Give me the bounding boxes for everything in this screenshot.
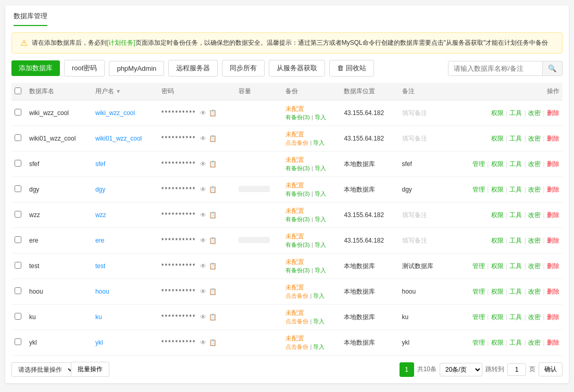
action-删除[interactable]: 删除 (547, 313, 559, 321)
eye-icon[interactable]: 👁 (200, 160, 206, 168)
fetch-from-server-button[interactable]: 从服务器获取 (269, 60, 325, 77)
row-checkbox-7[interactable] (15, 262, 21, 269)
row-checkbox-10[interactable] (15, 338, 21, 345)
action-改密[interactable]: 改密 (528, 186, 541, 193)
eye-icon[interactable]: 👁 (200, 109, 206, 117)
action-权限[interactable]: 权限 (491, 211, 504, 219)
backup-extra-import[interactable]: 导入 (315, 165, 326, 171)
action-删除[interactable]: 删除 (547, 211, 559, 219)
eye-icon[interactable]: 👁 (200, 211, 206, 219)
root-password-button[interactable]: root密码 (64, 60, 105, 77)
search-input[interactable] (448, 61, 542, 75)
backup-extra-import[interactable]: 导入 (315, 216, 326, 222)
action-权限[interactable]: 权限 (491, 237, 504, 244)
action-权限[interactable]: 权限 (491, 160, 504, 168)
backup-extra-part1[interactable]: 有备份(3) (285, 165, 309, 171)
backup-status[interactable]: 未配置 (285, 156, 304, 163)
action-工具[interactable]: 工具 (509, 186, 522, 193)
page-size-select[interactable]: 10条/页 20条/页 50条/页 100条/页 (440, 363, 482, 376)
eye-icon[interactable]: 👁 (200, 135, 206, 142)
phpmyadmin-button[interactable]: phpMyAdmin (109, 61, 164, 76)
action-改密[interactable]: 改密 (528, 160, 541, 168)
backup-extra-import[interactable]: 导入 (315, 267, 326, 273)
action-删除[interactable]: 删除 (547, 288, 559, 295)
backup-extra-import[interactable]: 导入 (313, 293, 325, 299)
action-删除[interactable]: 删除 (547, 109, 559, 117)
action-工具[interactable]: 工具 (509, 211, 522, 219)
action-工具[interactable]: 工具 (509, 160, 522, 168)
sort-icon-username[interactable]: ▼ (116, 88, 121, 94)
copy-icon[interactable]: 📋 (209, 288, 217, 295)
eye-icon[interactable]: 👁 (200, 262, 206, 270)
backup-extra-import[interactable]: 导入 (315, 191, 326, 197)
copy-icon[interactable]: 📋 (209, 313, 217, 321)
action-工具[interactable]: 工具 (509, 262, 522, 270)
jump-input[interactable] (507, 363, 526, 376)
action-工具[interactable]: 工具 (509, 313, 522, 321)
select-all-checkbox[interactable] (15, 87, 21, 94)
action-工具[interactable]: 工具 (509, 135, 522, 142)
row-checkbox-4[interactable] (15, 185, 21, 192)
batch-action-button[interactable]: 批量操作 (71, 362, 109, 377)
action-改密[interactable]: 改密 (528, 211, 541, 219)
action-管理[interactable]: 管理 (472, 262, 485, 270)
current-page-btn[interactable]: 1 (400, 362, 414, 377)
backup-status[interactable]: 未配置 (285, 182, 304, 189)
eye-icon[interactable]: 👁 (200, 339, 206, 346)
backup-status[interactable]: 未配置 (285, 207, 304, 214)
action-权限[interactable]: 权限 (491, 109, 504, 117)
action-管理[interactable]: 管理 (472, 288, 485, 295)
copy-icon[interactable]: 📋 (209, 160, 217, 168)
row-checkbox-1[interactable] (15, 109, 21, 116)
alert-link[interactable]: [计划任务] (107, 39, 135, 46)
add-database-button[interactable]: 添加数据库 (11, 60, 60, 76)
copy-icon[interactable]: 📋 (209, 135, 217, 142)
action-改密[interactable]: 改密 (528, 135, 541, 142)
action-删除[interactable]: 删除 (547, 135, 559, 142)
backup-extra-part1[interactable]: 有备份(3) (285, 114, 309, 120)
action-改密[interactable]: 改密 (528, 288, 541, 295)
action-删除[interactable]: 删除 (547, 339, 559, 346)
backup-status[interactable]: 未配置 (285, 233, 304, 240)
action-工具[interactable]: 工具 (509, 288, 522, 295)
row-checkbox-9[interactable] (15, 313, 21, 320)
backup-status[interactable]: 未配置 (285, 258, 304, 265)
action-删除[interactable]: 删除 (547, 160, 559, 168)
remote-server-button[interactable]: 远程服务器 (168, 60, 218, 77)
backup-extra-import[interactable]: 导入 (315, 242, 326, 248)
confirm-jump-button[interactable]: 确认 (539, 362, 563, 376)
action-管理[interactable]: 管理 (472, 160, 485, 168)
row-checkbox-8[interactable] (15, 287, 21, 294)
row-checkbox-3[interactable] (15, 160, 21, 167)
action-管理[interactable]: 管理 (472, 186, 485, 193)
backup-extra-import[interactable]: 导入 (315, 114, 326, 120)
backup-extra-part1[interactable]: 有备份(3) (285, 267, 309, 273)
action-管理[interactable]: 管理 (472, 313, 485, 321)
action-删除[interactable]: 删除 (547, 186, 559, 193)
batch-select[interactable]: 请选择批量操作 (11, 362, 75, 377)
action-删除[interactable]: 删除 (547, 237, 559, 244)
copy-icon[interactable]: 📋 (209, 262, 217, 270)
row-checkbox-5[interactable] (15, 211, 21, 218)
copy-icon[interactable]: 📋 (209, 109, 217, 117)
backup-extra-import[interactable]: 导入 (313, 344, 325, 350)
recycle-bin-button[interactable]: 🗑 回收站 (329, 60, 374, 77)
action-工具[interactable]: 工具 (509, 109, 522, 117)
action-改密[interactable]: 改密 (528, 339, 541, 346)
backup-extra-part1[interactable]: 有备份(3) (285, 191, 309, 197)
backup-status[interactable]: 未配置 (285, 335, 304, 342)
backup-extra-import[interactable]: 导入 (313, 318, 325, 324)
action-权限[interactable]: 权限 (491, 135, 504, 142)
eye-icon[interactable]: 👁 (200, 313, 206, 321)
backup-status[interactable]: 未配置 (285, 309, 304, 317)
backup-extra-part1[interactable]: 点击备份 (285, 318, 308, 324)
action-工具[interactable]: 工具 (509, 237, 522, 244)
copy-icon[interactable]: 📋 (209, 211, 217, 219)
backup-status[interactable]: 未配置 (285, 105, 304, 112)
eye-icon[interactable]: 👁 (200, 288, 206, 295)
backup-status[interactable]: 未配置 (285, 284, 304, 291)
action-改密[interactable]: 改密 (528, 109, 541, 117)
action-管理[interactable]: 管理 (472, 339, 485, 346)
action-改密[interactable]: 改密 (528, 262, 541, 270)
backup-extra-part1[interactable]: 有备份(3) (285, 216, 309, 222)
